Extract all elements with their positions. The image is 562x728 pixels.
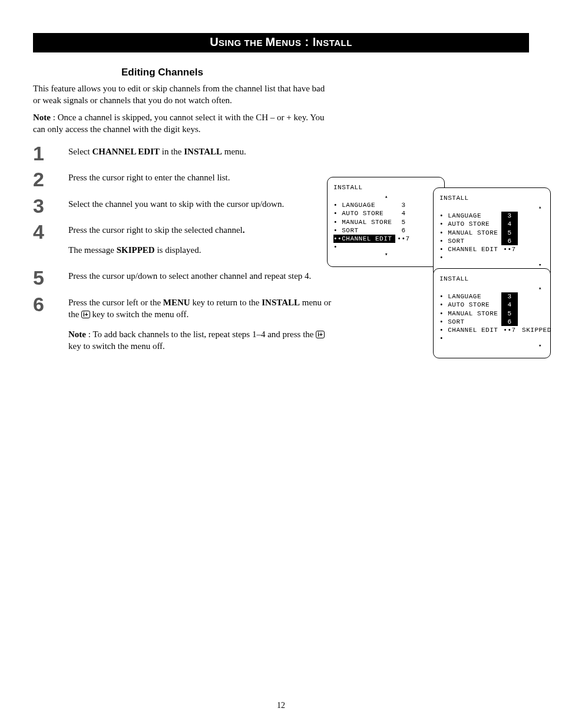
page-number: 12 (0, 701, 562, 710)
step-number: 5 (33, 268, 68, 288)
step-5: 5 Press the cursor up/down to select ano… (33, 268, 333, 290)
osd-screen-3: INSTALL ▴ • LANGUAGE3 • AUTO STORE4 • MA… (433, 268, 551, 358)
step-number: 4 (33, 222, 68, 242)
title-word-U: U (210, 35, 219, 48)
step-number: 3 (33, 196, 68, 216)
step-4: 4 Press the cursor right to skip the sel… (33, 222, 333, 265)
osd-screen-2: INSTALL ▴ • LANGUAGE3 • AUTO STORE4 • MA… (433, 187, 551, 278)
info-icon: i+ (81, 311, 90, 318)
osd-illustrations: INSTALL ▴ • LANGUAGE3 • AUTO STORE4 • MA… (327, 177, 539, 274)
step-2: 2 Press the cursor right to enter the ch… (33, 169, 333, 192)
step-number: 2 (33, 169, 68, 189)
steps-list: 1 Select CHANNEL EDIT in the INSTALL men… (33, 143, 333, 361)
step-number: 1 (33, 143, 68, 163)
intro-block: This feature allows you to edit or skip … (33, 83, 333, 135)
step-number: 6 (33, 294, 68, 314)
step-1: 1 Select CHANNEL EDIT in the INSTALL men… (33, 143, 333, 166)
step-3: 3 Select the channel you want to skip wi… (33, 196, 333, 218)
intro-paragraph-1: This feature allows you to edit or skip … (33, 83, 333, 106)
osd-screen-1: INSTALL ▴ • LANGUAGE3 • AUTO STORE4 • MA… (327, 177, 445, 267)
section-heading: Editing Channels (33, 67, 529, 78)
page-title-bar: USING THE MENUS : INSTALL (33, 33, 529, 52)
step-6: 6 Press the cursor left or the MENU key … (33, 294, 333, 361)
intro-paragraph-2: Note : Once a channel is skipped, you ca… (33, 112, 333, 135)
info-icon: i+ (316, 331, 325, 338)
